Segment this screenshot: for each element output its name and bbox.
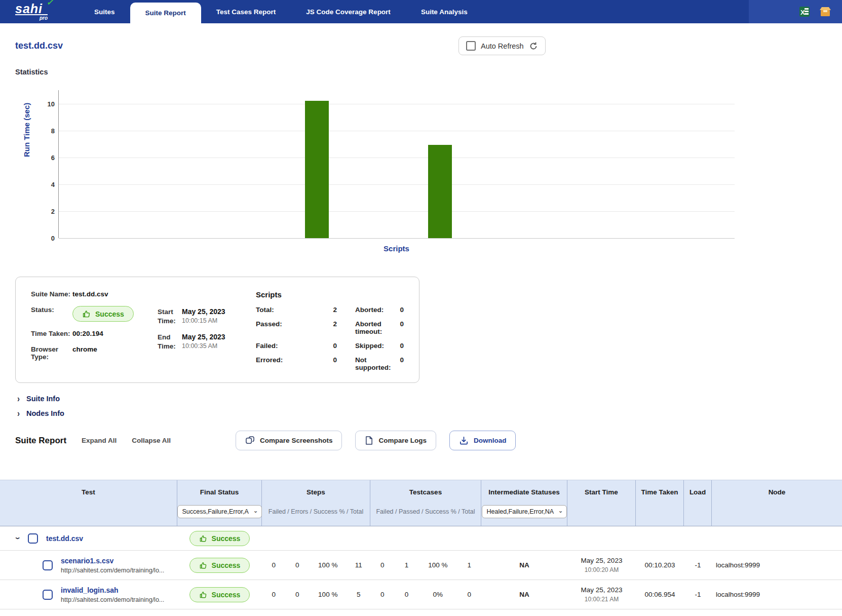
tab-test-cases-report[interactable]: Test Cases Report: [201, 0, 291, 23]
suite-info-label: Suite Info: [26, 395, 60, 403]
start-time: 10:00:21 AM: [581, 596, 623, 603]
stat-label: Aborted:: [355, 306, 400, 314]
test-link[interactable]: test.dd.csv: [46, 534, 83, 543]
gridline: [59, 104, 735, 104]
test-link[interactable]: invalid_login.sah: [61, 586, 164, 594]
intermediate-filter-select[interactable]: Healed,Failure,Error,NA: [482, 505, 567, 518]
nav-utility-area: X: [749, 0, 842, 23]
status-badge: Success: [189, 587, 250, 602]
archive-box-icon[interactable]: [819, 6, 832, 18]
row-checkbox[interactable]: [43, 590, 53, 600]
col-steps: Steps Failed / Errors / Success % / Tota…: [262, 480, 370, 526]
auto-refresh-button[interactable]: Auto Refresh: [458, 36, 546, 55]
chart-plot: 0246810: [58, 90, 735, 238]
sahi-pro-logo[interactable]: sahi ✓ pro: [0, 0, 75, 23]
steps-total: 11: [347, 561, 370, 569]
table-row: › test.dd.csv Success: [0, 526, 842, 551]
test-link[interactable]: scenario1.s.csv: [61, 557, 164, 565]
load: -1: [684, 561, 712, 569]
end-time-label: End Time:: [158, 333, 182, 351]
refresh-icon[interactable]: [529, 42, 538, 51]
chevron-down-icon[interactable]: ›: [13, 537, 24, 540]
row-checkbox[interactable]: [43, 560, 53, 570]
tab-suite-analysis[interactable]: Suite Analysis: [406, 0, 483, 23]
start-time-value: 10:00:15 AM: [182, 317, 225, 324]
status-badge-label: Success: [212, 561, 241, 569]
col-final-status: Final Status Success,Failure,Error,A ⌄: [177, 480, 262, 526]
stat-value: 2: [333, 320, 337, 335]
stat-label: Passed:: [256, 320, 333, 335]
col-time-taken-label: Time Taken: [636, 480, 683, 504]
scripts-stats-grid: Total:2 Aborted:0 Passed:2 Aborted timeo…: [256, 306, 404, 371]
status-badge-label: Success: [212, 591, 241, 599]
steps-total: 5: [347, 591, 370, 598]
col-node: Node: [712, 480, 842, 526]
browser-type-label: Browser Type:: [31, 345, 72, 361]
expand-all-link[interactable]: Expand All: [82, 437, 117, 444]
auto-refresh-checkbox[interactable]: [466, 41, 476, 51]
end-time-value: 10:00:35 AM: [182, 342, 225, 350]
steps-success-pct: 100 %: [309, 591, 347, 598]
testcases-success-pct: 100 %: [418, 561, 457, 569]
download-button[interactable]: Download: [449, 431, 516, 450]
chart-y-axis-label: Run Time (sec): [22, 103, 31, 157]
stat-aborted-timeout: Aborted timeout:0: [355, 320, 404, 335]
status-badge: Success: [72, 306, 134, 322]
tab-js-code-coverage-report[interactable]: JS Code Coverage Report: [291, 0, 406, 23]
row-checkbox[interactable]: [28, 533, 38, 544]
steps-errors: 0: [286, 561, 310, 569]
page-title: test.dd.csv: [15, 36, 827, 51]
compare-screenshots-button[interactable]: Compare Screenshots: [236, 431, 342, 450]
suite-name-label: Suite Name:: [31, 290, 72, 298]
time-taken: 00:06.954: [636, 591, 684, 598]
statistics-heading: Statistics: [15, 68, 827, 76]
stat-value: 0: [333, 356, 337, 371]
nodes-info-toggle[interactable]: › Nodes Info: [17, 409, 842, 417]
start-date: May 25, 2023: [581, 557, 623, 564]
tab-suites[interactable]: Suites: [79, 0, 130, 23]
stat-label: Errored:: [256, 356, 333, 371]
node: localhost:9999: [712, 591, 842, 598]
testcases-failed: 0: [370, 561, 395, 569]
table-header: Test Final Status Success,Failure,Error,…: [0, 480, 842, 526]
intermediate-status: NA: [481, 591, 567, 598]
tab-suite-report[interactable]: Suite Report: [130, 3, 201, 23]
testcases-hint: Failed / Passed / Success % / Total: [370, 504, 481, 520]
logs-icon: [365, 436, 373, 445]
collapse-all-link[interactable]: Collapse All: [132, 437, 171, 444]
suite-name-row: Suite Name: test.dd.csv: [31, 290, 158, 298]
excel-export-icon[interactable]: X: [798, 6, 811, 18]
suite-info-toggle[interactable]: › Suite Info: [17, 394, 842, 403]
nav-tabs: Suites Suite Report Test Cases Report JS…: [79, 0, 483, 23]
col-intermediate: Intermediate Statuses Healed,Failure,Err…: [481, 480, 567, 526]
time-taken-row: Time Taken: 00:20.194: [31, 330, 158, 337]
steps-values: 0 0 100 % 11: [262, 561, 370, 569]
start-time: 10:00:20 AM: [581, 566, 623, 573]
testcases-passed: 0: [395, 591, 419, 598]
start-date-value: May 25, 2023: [182, 307, 225, 316]
stat-label: Skipped:: [355, 342, 400, 350]
time-taken-value: 00:20.194: [72, 330, 103, 337]
final-status-filter-select[interactable]: Success,Failure,Error,A: [177, 505, 262, 518]
col-intermediate-label: Intermediate Statuses: [481, 480, 567, 504]
testcases-success-pct: 0%: [418, 591, 457, 598]
download-label: Download: [474, 437, 507, 444]
stat-value: 0: [400, 342, 404, 350]
chart-bar: [305, 101, 329, 238]
status-row: Status: Success: [31, 306, 158, 322]
end-date-value: May 25, 2023: [182, 333, 225, 341]
compare-logs-button[interactable]: Compare Logs: [355, 431, 436, 450]
testcases-total: 0: [457, 591, 481, 598]
chart-bar: [428, 145, 452, 238]
steps-values: 0 0 100 % 5: [262, 591, 370, 598]
top-nav: sahi ✓ pro Suites Suite Report Test Case…: [0, 0, 842, 23]
load: -1: [684, 591, 712, 598]
thumbs-up-icon: [199, 591, 207, 599]
end-time-row: End Time: May 25, 2023 10:00:35 AM: [158, 333, 250, 351]
y-tick-label: 4: [37, 180, 55, 188]
svg-text:X: X: [800, 9, 805, 16]
col-test-filter: [0, 504, 177, 520]
start-time-row: Start Time: May 25, 2023 10:00:15 AM: [158, 307, 250, 326]
start-time-label: Start Time:: [158, 307, 182, 326]
steps-failed: 0: [262, 591, 286, 598]
